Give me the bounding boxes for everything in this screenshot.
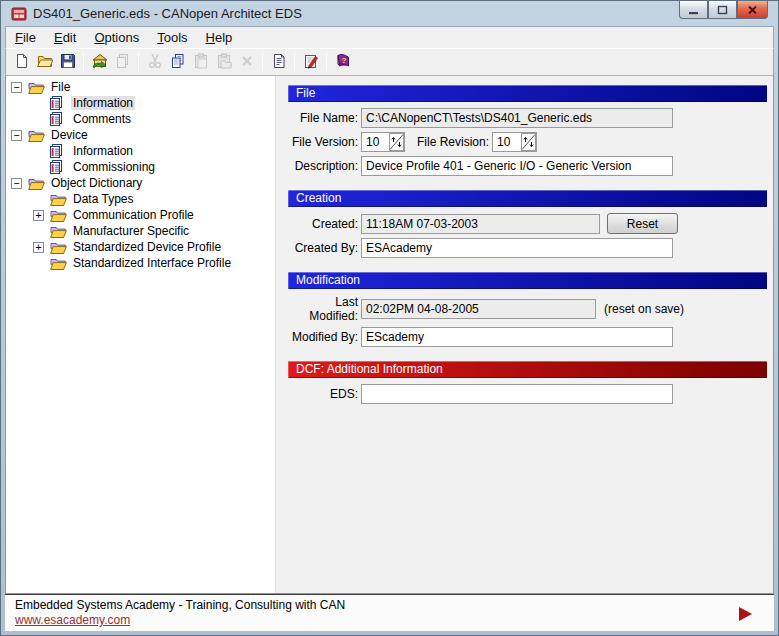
- delete-button: [235, 51, 258, 73]
- paste-icon: [193, 53, 209, 72]
- save-button[interactable]: [56, 51, 79, 73]
- document-icon: [50, 112, 67, 126]
- project-tree: − File Information Comments − Device: [6, 76, 274, 593]
- new-document-icon: [14, 53, 30, 72]
- file-version-label: File Version:: [288, 135, 358, 149]
- tree-item-information[interactable]: Information: [6, 143, 274, 159]
- eds-label: EDS:: [288, 387, 358, 401]
- toolbar: ?: [5, 48, 774, 75]
- file-version-spinner-icon[interactable]: [389, 133, 404, 151]
- menu-options[interactable]: Options: [85, 27, 148, 48]
- document-icon: [50, 96, 67, 110]
- folder-icon: [50, 257, 67, 270]
- paste-special-button: [212, 51, 235, 73]
- folder-icon: [28, 81, 45, 94]
- properties-icon: [271, 53, 287, 72]
- reset-on-save-note: (reset on save): [604, 302, 684, 316]
- tree-item-comments[interactable]: Comments: [6, 111, 274, 127]
- description-input[interactable]: [361, 156, 673, 176]
- created-by-input[interactable]: [361, 238, 673, 258]
- tree-item-communication-profile[interactable]: + Communication Profile: [6, 207, 274, 223]
- client-area: − File Information Comments − Device: [5, 75, 774, 594]
- tree-item-commissioning[interactable]: Commissioning: [6, 159, 274, 175]
- copy-button[interactable]: [166, 51, 189, 73]
- export-home-button[interactable]: [88, 51, 111, 73]
- menu-file[interactable]: File: [6, 27, 45, 48]
- minimize-icon: [688, 1, 699, 19]
- folder-icon: [50, 193, 67, 206]
- created-input[interactable]: [361, 214, 600, 234]
- description-label: Description:: [288, 159, 358, 173]
- modification-section-header: Modification: [288, 272, 767, 289]
- export-home-icon: [92, 53, 108, 72]
- tree-item-object-dictionary[interactable]: − Object Dictionary: [6, 175, 274, 191]
- document-icon: [50, 144, 67, 158]
- created-label: Created:: [288, 217, 358, 231]
- properties-button[interactable]: [267, 51, 290, 73]
- website-link[interactable]: www.esacademy.com: [15, 613, 130, 627]
- modified-by-label: Modified By:: [288, 330, 358, 344]
- file-name-input[interactable]: [361, 108, 673, 128]
- menu-edit[interactable]: Edit: [45, 27, 85, 48]
- tree-item-device[interactable]: − Device: [6, 127, 274, 143]
- menu-help[interactable]: Help: [197, 27, 242, 48]
- collapse-icon[interactable]: −: [11, 130, 22, 141]
- close-button[interactable]: [737, 1, 768, 19]
- cut-button: [143, 51, 166, 73]
- tree-item-standardized-interface-profile[interactable]: Standardized Interface Profile: [6, 255, 274, 271]
- toolbar-separator: [83, 53, 84, 71]
- copy-icon: [170, 53, 186, 72]
- app-icon: [11, 6, 27, 22]
- minimize-button[interactable]: [679, 1, 708, 19]
- toolbar-separator: [294, 53, 295, 71]
- folder-icon: [28, 177, 45, 190]
- check-eds-button[interactable]: [299, 51, 322, 73]
- save-icon: [60, 53, 76, 72]
- toolbar-separator: [326, 53, 327, 71]
- toolbar-separator: [138, 53, 139, 71]
- new-document-button[interactable]: [10, 51, 33, 73]
- paste-special-icon: [216, 53, 232, 72]
- created-by-row: Created By:: [288, 238, 767, 258]
- menu-bar: FileEditOptionsToolsHelp: [5, 26, 774, 48]
- tree-item-manufacturer-specific[interactable]: Manufacturer Specific: [6, 223, 274, 239]
- last-modified-label: Last Modified:: [288, 295, 358, 323]
- collapse-icon[interactable]: −: [11, 178, 22, 189]
- svg-text:?: ?: [341, 55, 346, 64]
- tree-item-standardized-device-profile[interactable]: + Standardized Device Profile: [6, 239, 274, 255]
- maximize-button[interactable]: [708, 1, 737, 19]
- maximize-icon: [717, 1, 728, 19]
- creation-section-header: Creation: [288, 190, 767, 207]
- title-bar[interactable]: DS401_Generic.eds - CANopen Architect ED…: [5, 1, 774, 26]
- expand-icon[interactable]: +: [33, 210, 44, 221]
- file-version-row: File Version: File Revision:: [288, 132, 767, 152]
- tree-item-information[interactable]: Information: [6, 95, 274, 111]
- copy-pages-button: [111, 51, 134, 73]
- folder-icon: [50, 209, 67, 222]
- expand-icon[interactable]: +: [33, 242, 44, 253]
- modified-by-input[interactable]: [361, 327, 673, 347]
- file-information-form: File File Name: File Version: File Revis…: [276, 76, 773, 593]
- dcf-section-header: DCF: Additional Information: [288, 361, 767, 378]
- app-window: DS401_Generic.eds - CANopen Architect ED…: [0, 0, 779, 636]
- help-book-button[interactable]: ?: [331, 51, 354, 73]
- menu-tools[interactable]: Tools: [148, 27, 196, 48]
- open-folder-button[interactable]: [33, 51, 56, 73]
- copy-pages-icon: [115, 53, 131, 72]
- eds-row: EDS:: [288, 384, 767, 404]
- reset-button[interactable]: Reset: [607, 213, 678, 234]
- file-name-label: File Name:: [288, 111, 358, 125]
- document-icon: [50, 160, 67, 174]
- file-section-header: File: [288, 85, 767, 102]
- last-modified-input[interactable]: [361, 299, 596, 319]
- tree-item-file[interactable]: − File: [6, 79, 274, 95]
- paste-button: [189, 51, 212, 73]
- eds-input[interactable]: [361, 384, 673, 404]
- cut-icon: [147, 53, 163, 72]
- file-revision-label: File Revision:: [405, 135, 489, 149]
- help-book-icon: ?: [335, 53, 351, 72]
- description-row: Description:: [288, 156, 767, 176]
- tree-item-data-types[interactable]: Data Types: [6, 191, 274, 207]
- collapse-icon[interactable]: −: [11, 82, 22, 93]
- file-revision-spinner-icon[interactable]: [521, 133, 536, 151]
